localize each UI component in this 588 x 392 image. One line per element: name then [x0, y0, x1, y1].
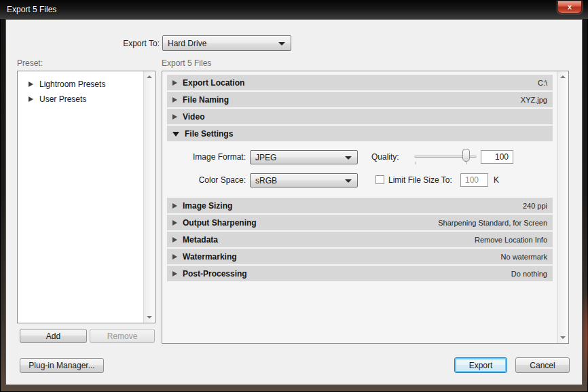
scroll-up-icon[interactable]: [557, 71, 568, 82]
plugin-manager-button[interactable]: Plug-in Manager...: [20, 358, 104, 373]
preset-list: Lightroom Presets User Presets: [17, 71, 155, 323]
limit-file-size-value: 100: [465, 175, 479, 185]
section-label: Post-Processing: [183, 269, 247, 279]
section-label: File Settings: [185, 129, 233, 139]
color-space-select[interactable]: sRGB: [250, 173, 358, 188]
expander-icon[interactable]: [172, 254, 177, 260]
export-button[interactable]: Export: [454, 357, 507, 373]
window-title: Export 5 Files: [7, 5, 56, 14]
image-format-value: JPEG: [255, 153, 276, 162]
section-value: Do nothing: [511, 270, 547, 278]
accordion-rows: Export Location C:\ File Naming XYZ.jpg …: [167, 75, 553, 283]
section-label: Output Sharpening: [183, 218, 257, 228]
expander-icon[interactable]: [172, 203, 177, 209]
limit-file-size-input[interactable]: 100: [460, 173, 488, 187]
section-watermarking[interactable]: Watermarking No watermark: [167, 249, 553, 264]
section-label: File Naming: [183, 95, 229, 105]
expander-icon[interactable]: [172, 80, 177, 86]
image-format-label: Image Format:: [167, 152, 246, 162]
section-value: Sharpening Standard, for Screen: [438, 219, 547, 227]
section-post-processing[interactable]: Post-Processing Do nothing: [167, 266, 553, 281]
preset-scrollbar[interactable]: [143, 71, 155, 323]
preset-item-user-presets[interactable]: User Presets: [18, 92, 143, 107]
quality-value: 100: [495, 152, 509, 162]
export-button-label: Export: [469, 361, 493, 370]
scroll-up-icon[interactable]: [144, 71, 155, 82]
close-icon: x: [568, 3, 572, 11]
quality-label: Quality:: [371, 152, 399, 162]
preset-item-lightroom-presets[interactable]: Lightroom Presets: [18, 77, 143, 92]
cancel-button[interactable]: Cancel: [515, 357, 570, 373]
expander-icon[interactable]: [172, 220, 177, 226]
section-video[interactable]: Video: [167, 109, 553, 124]
preset-label: Preset:: [17, 58, 43, 68]
expander-icon[interactable]: [172, 132, 179, 137]
section-file-naming[interactable]: File Naming XYZ.jpg: [167, 92, 553, 107]
file-settings-content: Image Format: JPEG Quality: 100: [167, 143, 553, 196]
preset-items: Lightroom Presets User Presets: [18, 71, 143, 323]
limit-file-size-unit: K: [494, 175, 499, 185]
section-label: Export Location: [183, 78, 244, 88]
preset-item-label: User Presets: [39, 94, 86, 104]
cancel-button-label: Cancel: [530, 361, 555, 370]
expander-icon[interactable]: [172, 237, 177, 243]
section-value: Remove Location Info: [475, 236, 547, 244]
section-label: Image Sizing: [183, 201, 232, 211]
section-label: Video: [183, 112, 204, 122]
expander-icon[interactable]: [172, 97, 177, 103]
settings-panel-header: Export 5 Files: [162, 58, 211, 68]
section-metadata[interactable]: Metadata Remove Location Info: [167, 232, 553, 247]
section-value: XYZ.jpg: [521, 96, 547, 104]
scroll-down-icon[interactable]: [144, 312, 155, 323]
expander-icon[interactable]: [29, 82, 33, 87]
titlebar[interactable]: Export 5 Files x: [0, 0, 588, 19]
quality-slider[interactable]: [414, 148, 477, 166]
limit-file-size-checkbox[interactable]: [375, 175, 384, 184]
dialog-body: Export To: Hard Drive Preset: Lightroom …: [5, 19, 583, 385]
image-format-select[interactable]: JPEG: [250, 150, 358, 164]
expander-icon[interactable]: [172, 114, 177, 120]
color-space-label: Color Space:: [167, 175, 246, 185]
expander-icon[interactable]: [172, 271, 177, 277]
settings-panel: Export Location C:\ File Naming XYZ.jpg …: [162, 71, 569, 344]
section-export-location[interactable]: Export Location C:\: [167, 75, 553, 90]
slider-tick: [415, 162, 416, 164]
section-output-sharpening[interactable]: Output Sharpening Sharpening Standard, f…: [167, 215, 553, 230]
add-button-label: Add: [46, 332, 60, 341]
export-to-value: Hard Drive: [168, 39, 206, 48]
scroll-down-icon[interactable]: [557, 332, 568, 343]
color-space-value: sRGB: [255, 176, 277, 185]
section-value: No watermark: [501, 253, 547, 261]
section-value: 240 ppi: [523, 202, 547, 210]
remove-button-label: Remove: [107, 332, 138, 341]
export-to-label: Export To:: [6, 39, 160, 48]
chevron-down-icon: [345, 179, 352, 183]
section-value: C:\: [538, 79, 547, 87]
section-label: Watermarking: [183, 252, 237, 262]
slider-tick: [466, 162, 467, 164]
chevron-down-icon: [345, 156, 352, 160]
limit-file-size-label: Limit File Size To:: [388, 175, 452, 185]
section-label: Metadata: [183, 235, 218, 245]
settings-scrollbar[interactable]: [557, 71, 568, 343]
export-dialog-window: Export 5 Files x Export To: Hard Drive P…: [0, 0, 588, 392]
section-file-settings[interactable]: File Settings: [167, 126, 553, 141]
remove-button[interactable]: Remove: [90, 329, 155, 343]
quality-slider-thumb[interactable]: [462, 149, 470, 162]
plugin-manager-label: Plug-in Manager...: [29, 361, 94, 370]
expander-icon[interactable]: [29, 96, 33, 102]
export-to-select[interactable]: Hard Drive: [162, 35, 291, 51]
close-button[interactable]: x: [557, 1, 582, 14]
section-image-sizing[interactable]: Image Sizing 240 ppi: [167, 198, 553, 213]
quality-input[interactable]: 100: [481, 150, 513, 164]
preset-item-label: Lightroom Presets: [39, 79, 105, 89]
chevron-down-icon: [278, 42, 285, 46]
add-button[interactable]: Add: [20, 329, 87, 343]
